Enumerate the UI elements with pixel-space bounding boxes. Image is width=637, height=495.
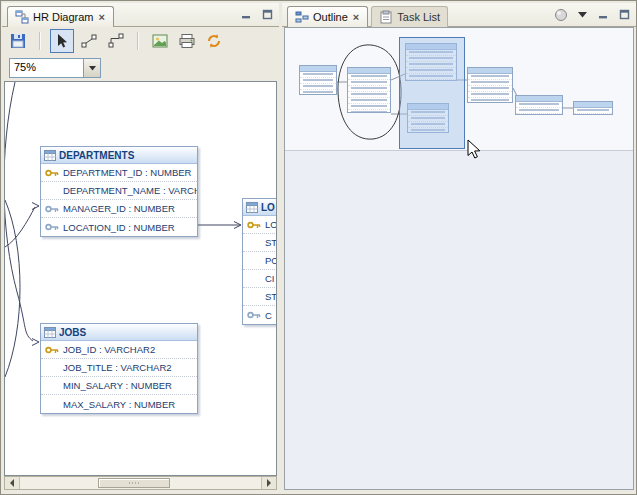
mini-entity-row xyxy=(348,87,390,92)
entity-locations-clipped[interactable]: LO LO ST PO CI xyxy=(242,198,277,325)
sphere-icon xyxy=(554,8,568,22)
mini-entity-row xyxy=(574,109,612,114)
column-row[interactable]: PO xyxy=(243,252,277,270)
zoom-dropdown-button[interactable] xyxy=(83,59,100,77)
minimize-icon xyxy=(241,9,252,20)
overview-toggle-button[interactable] xyxy=(554,8,568,21)
scroll-thumb[interactable] xyxy=(98,478,170,488)
orthogonal-connection-tool-button[interactable] xyxy=(104,29,128,53)
export-image-button[interactable] xyxy=(148,29,172,53)
tab-outline[interactable]: Outline × xyxy=(287,6,368,27)
tab-task-list-label: Task List xyxy=(397,11,440,23)
outline-tabbar: Outline × Task List xyxy=(282,3,636,27)
mini-entity-row xyxy=(468,75,512,80)
connection-tool-button[interactable] xyxy=(77,29,101,53)
mini-entity-row xyxy=(300,85,336,90)
arrow-right-icon xyxy=(267,479,271,487)
connection-icon xyxy=(80,32,98,50)
outline-view-buttons xyxy=(554,8,631,21)
outline-canvas[interactable] xyxy=(284,27,634,490)
column-label: JOB_TITLE : VARCHAR2 xyxy=(63,362,172,373)
column-label: JOB_ID : VARCHAR2 xyxy=(63,344,155,355)
minimize-button[interactable] xyxy=(596,8,610,21)
tab-outline-label: Outline xyxy=(313,11,348,23)
mini-entity-row xyxy=(516,109,562,114)
mini-entity-row xyxy=(516,103,562,108)
primary-key-icon xyxy=(45,169,59,177)
eclipse-workbench: HR Diagram × xyxy=(0,0,637,495)
mini-entity-row xyxy=(300,73,336,78)
diagram-canvas[interactable]: DEPARTMENTS DEPARTMENT_ID : NUMBER DEPAR… xyxy=(4,81,277,476)
column-row[interactable]: ST xyxy=(243,234,277,252)
primary-key-icon xyxy=(45,346,59,354)
outline-icon xyxy=(295,10,309,24)
column-row[interactable]: LO xyxy=(243,216,277,234)
save-button[interactable] xyxy=(6,29,30,53)
minimize-button[interactable] xyxy=(239,8,253,21)
mini-entity-row xyxy=(468,87,512,92)
select-tool-button[interactable] xyxy=(50,29,74,53)
column-row[interactable]: MIN_SALARY : NUMBER xyxy=(41,377,197,395)
entity-departments-header[interactable]: DEPARTMENTS xyxy=(41,147,197,164)
print-button[interactable] xyxy=(175,29,199,53)
refresh-icon xyxy=(205,32,223,50)
mini-entity-row xyxy=(300,91,336,95)
chevron-down-icon xyxy=(578,12,587,18)
outline-viewport[interactable] xyxy=(399,37,465,149)
scroll-right-button[interactable] xyxy=(261,477,276,489)
entity-jobs-header[interactable]: JOBS xyxy=(41,324,197,341)
refresh-button[interactable] xyxy=(202,29,226,53)
entity-jobs[interactable]: JOBS JOB_ID : VARCHAR2 JOB_TITLE : VARCH… xyxy=(40,323,198,414)
column-row[interactable]: ST xyxy=(243,288,277,306)
column-label: PO xyxy=(265,255,277,266)
column-label: MAX_SALARY : NUMBER xyxy=(63,399,175,410)
h-scrollbar[interactable] xyxy=(4,476,277,490)
chevron-down-icon xyxy=(89,66,96,71)
relationship-connections[interactable] xyxy=(5,82,277,476)
mini-entity-row xyxy=(348,105,390,110)
table-icon xyxy=(44,327,56,338)
column-label: CI xyxy=(265,273,275,284)
column-row[interactable]: DEPARTMENT_ID : NUMBER xyxy=(41,164,197,182)
scroll-left-button[interactable] xyxy=(5,477,20,489)
close-icon[interactable]: × xyxy=(98,12,106,22)
outline-view: Outline × Task List xyxy=(282,3,636,492)
column-row[interactable]: JOB_ID : VARCHAR2 xyxy=(41,341,197,359)
mini-entity xyxy=(467,67,513,103)
minimize-icon xyxy=(598,9,609,20)
mini-entity-row xyxy=(348,111,390,113)
diagram-toolbar xyxy=(2,27,279,55)
tab-task-list[interactable]: Task List xyxy=(371,6,448,27)
entity-locations-header[interactable]: LO xyxy=(243,199,277,216)
entity-title: JOBS xyxy=(59,327,86,338)
maximize-button[interactable] xyxy=(260,8,274,21)
column-label: DEPARTMENT_NAME : VARCHAR2 xyxy=(63,185,197,196)
foreign-key-icon xyxy=(45,223,59,231)
column-row[interactable]: JOB_TITLE : VARCHAR2 xyxy=(41,359,197,377)
column-label: ST xyxy=(265,237,277,248)
close-icon[interactable]: × xyxy=(352,12,360,22)
mini-entity xyxy=(347,67,391,113)
mini-entity-row xyxy=(348,75,390,80)
entity-departments[interactable]: DEPARTMENTS DEPARTMENT_ID : NUMBER DEPAR… xyxy=(40,146,198,237)
printer-icon xyxy=(178,32,196,50)
column-row[interactable]: C xyxy=(243,306,277,324)
zoom-combobox[interactable]: 75% xyxy=(9,58,101,78)
maximize-icon xyxy=(262,9,273,20)
diagram-icon xyxy=(15,10,29,24)
tab-hr-diagram-label: HR Diagram xyxy=(33,11,94,23)
mini-entity-header xyxy=(574,102,612,108)
table-icon xyxy=(44,150,56,161)
column-row[interactable]: MANAGER_ID : NUMBER xyxy=(41,200,197,218)
maximize-icon xyxy=(619,9,630,20)
mini-entity xyxy=(515,95,563,115)
mini-entity-row xyxy=(468,81,512,86)
toolbar-separator xyxy=(39,32,41,50)
column-row[interactable]: DEPARTMENT_NAME : VARCHAR2 xyxy=(41,182,197,200)
column-row[interactable]: MAX_SALARY : NUMBER xyxy=(41,395,197,413)
view-menu-button[interactable] xyxy=(575,8,589,21)
column-row[interactable]: CI xyxy=(243,270,277,288)
tab-hr-diagram[interactable]: HR Diagram × xyxy=(7,6,114,27)
maximize-button[interactable] xyxy=(617,8,631,21)
column-row[interactable]: LOCATION_ID : NUMBER xyxy=(41,218,197,236)
